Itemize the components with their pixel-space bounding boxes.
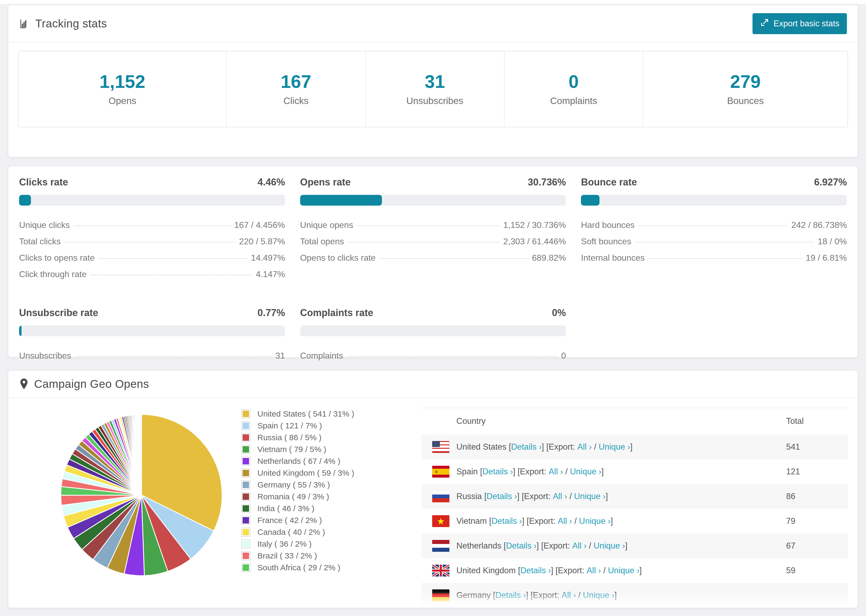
legend-label: Netherlands ( 67 / 4% ) <box>257 457 340 466</box>
dotted-leader <box>74 225 231 226</box>
legend-swatch <box>241 504 250 513</box>
geo-card-header: Campaign Geo Opens <box>8 371 858 398</box>
dotted-leader <box>347 356 557 357</box>
details-link[interactable]: Details › <box>520 566 551 575</box>
export-unique-link[interactable]: Unique › <box>596 442 630 452</box>
rate-title: Clicks rate <box>19 177 68 188</box>
legend-label: Canada ( 40 / 2% ) <box>257 528 325 537</box>
legend-item: Italy ( 36 / 2% ) <box>241 539 413 548</box>
summary-stat-clicks: 167 Clicks <box>227 51 365 127</box>
country-name: United Kingdom <box>457 566 516 575</box>
legend-swatch <box>241 433 250 442</box>
geo-table-body: United States [Details ›] [Export: All ›… <box>422 435 848 608</box>
rate-progress-fill <box>300 195 382 206</box>
flag-de-icon <box>432 589 449 601</box>
rate-panel-complaints-rate: Complaints rate 0% Complaints 0 <box>300 307 566 364</box>
stat-value: 167 <box>281 72 311 91</box>
dotted-leader <box>357 225 499 226</box>
rate-title: Unsubscribe rate <box>19 307 98 319</box>
rate-progress-bar <box>300 325 566 336</box>
rate-detail-row: Unique opens 1,152 / 30.736% <box>300 217 566 233</box>
bracket: [ <box>487 516 491 526</box>
export-unique-link[interactable]: Unique › <box>591 541 625 551</box>
bracket: [ <box>491 591 495 600</box>
dotted-leader <box>348 242 499 242</box>
legend-label: Spain ( 121 / 7% ) <box>257 421 322 430</box>
slash: / <box>587 541 591 551</box>
legend-label: Brazil ( 33 / 2% ) <box>257 551 317 560</box>
legend-item: Spain ( 121 / 7% ) <box>241 421 413 430</box>
export-unique-link[interactable]: Unique › <box>568 467 601 476</box>
export-unique-link[interactable]: Unique › <box>606 566 639 575</box>
rate-row-value: 242 / 86.738% <box>792 220 847 230</box>
details-link[interactable]: Details › <box>506 541 537 551</box>
rate-row-label: Hard bounces <box>581 220 635 230</box>
rate-progress-bar <box>19 325 285 336</box>
rate-percent: 30.736% <box>527 177 566 188</box>
export-button-label: Export basic stats <box>773 19 839 28</box>
bracket: [ <box>516 566 520 575</box>
rate-progress-bar <box>19 195 285 206</box>
legend-swatch <box>241 480 250 489</box>
details-link[interactable]: Details › <box>482 467 513 476</box>
details-link[interactable]: Details › <box>511 442 542 452</box>
export-all-link[interactable]: All › <box>551 492 567 501</box>
export-all-link[interactable]: All › <box>584 566 601 575</box>
details-link[interactable]: Details › <box>491 516 522 526</box>
export-unique-link[interactable]: Unique › <box>576 516 611 526</box>
export-all-link[interactable]: All › <box>575 442 592 452</box>
export-unique-link[interactable]: Unique › <box>581 591 614 600</box>
rate-detail-row: Unsubscribes 31 <box>19 347 285 364</box>
rate-row-label: Soft bounces <box>581 237 631 247</box>
flag-gb-icon <box>432 565 449 577</box>
pie-slice-other[interactable] <box>141 415 142 495</box>
rate-panel-unsubscribe-rate: Unsubscribe rate 0.77% Unsubscribes 31 <box>19 307 285 364</box>
bracket: ] <box>542 442 544 452</box>
details-link[interactable]: Details › <box>495 591 526 600</box>
tracking-stats-title-group: Tracking stats <box>19 17 107 30</box>
dotted-leader <box>65 242 235 242</box>
country-name: Netherlands <box>457 541 501 551</box>
legend-label: South Africa ( 29 / 2% ) <box>257 563 340 572</box>
legend-item: Russia ( 86 / 5% ) <box>241 433 413 442</box>
export-all-link[interactable]: All › <box>546 467 563 476</box>
bracket: [ <box>506 442 511 452</box>
bracket: ] <box>611 516 613 526</box>
export-basic-stats-button[interactable]: Export basic stats <box>753 13 847 34</box>
details-link[interactable]: Details › <box>487 492 517 501</box>
pie-svg <box>57 410 226 580</box>
rate-row-label: Total opens <box>300 237 344 247</box>
export-all-link[interactable]: All › <box>559 591 576 600</box>
export-label: [Export: <box>524 516 555 526</box>
legend-item: South Africa ( 29 / 2% ) <box>241 563 413 572</box>
rate-progress-fill <box>19 195 31 206</box>
bracket: [ <box>501 541 506 551</box>
flag-us-icon <box>432 441 449 453</box>
geo-table-row-us: United States [Details ›] [Export: All ›… <box>422 435 848 459</box>
geo-pie-chart <box>19 404 226 608</box>
bracket: ] <box>630 442 633 452</box>
bracket: [ <box>478 467 482 476</box>
column-header-country: Country <box>457 416 786 426</box>
rate-row-value: 4.147% <box>256 269 285 279</box>
rate-row-value: 0 <box>561 351 566 361</box>
export-all-link[interactable]: All › <box>570 541 587 551</box>
rate-row-value: 19 / 6.81% <box>806 253 847 263</box>
export-label: [Export: <box>528 591 559 600</box>
rate-row-label: Unsubscribes <box>19 351 71 361</box>
bracket: [ <box>482 492 487 501</box>
dotted-leader <box>90 275 252 275</box>
legend-label: United States ( 541 / 31% ) <box>257 409 354 418</box>
geo-table-row-nl: Netherlands [Details ›] [Export: All › /… <box>422 533 848 558</box>
tracking-stats-header: Tracking stats Export basic stats <box>8 5 858 43</box>
export-unique-link[interactable]: Unique › <box>572 492 606 501</box>
rate-panel-opens-rate: Opens rate 30.736% Unique opens 1,152 / … <box>300 177 566 283</box>
legend-swatch <box>241 539 250 548</box>
rate-row-value: 31 <box>276 351 285 361</box>
rate-row-value: 2,303 / 61.446% <box>503 237 566 247</box>
export-all-link[interactable]: All › <box>555 516 572 526</box>
rate-panel-bounce-rate: Bounce rate 6.927% Hard bounces 242 / 86… <box>581 177 847 283</box>
rate-percent: 6.927% <box>814 177 847 188</box>
geo-table-row-vn: Vietnam [Details ›] [Export: All › / Uni… <box>422 509 848 533</box>
country-total: 67 <box>786 541 848 551</box>
